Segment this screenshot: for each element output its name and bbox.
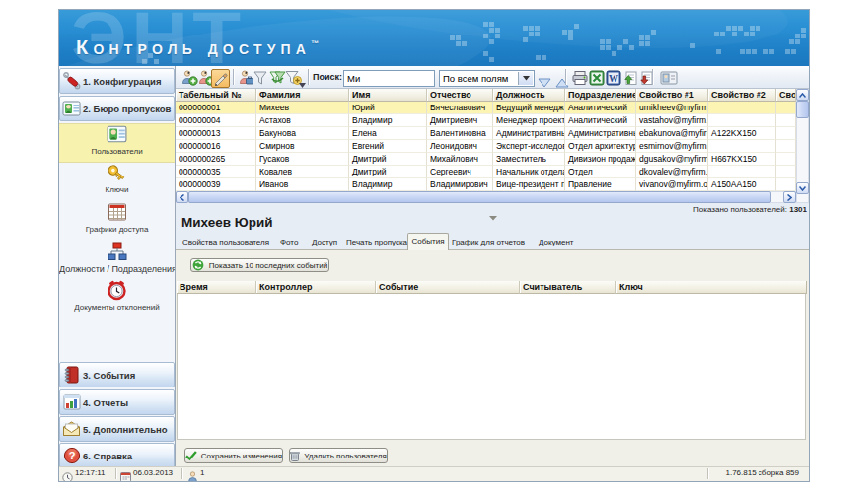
svg-text:?: ? — [68, 450, 75, 461]
svg-text:W: W — [609, 73, 618, 84]
